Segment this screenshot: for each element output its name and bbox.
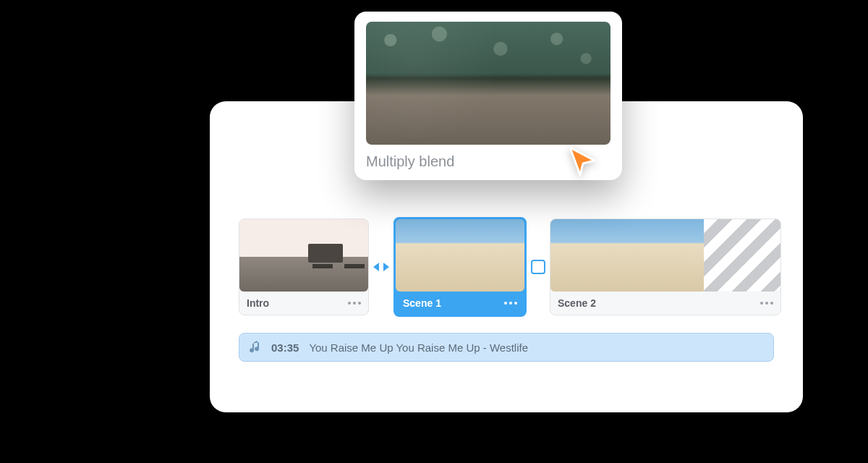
more-icon[interactable] [348,302,361,305]
svg-marker-0 [373,263,379,271]
music-note-icon [250,341,261,354]
more-icon[interactable] [504,302,517,305]
scene-thumbnail [239,219,368,292]
scene-footer: Scene 1 [396,292,524,315]
scene-label: Scene 1 [403,297,441,309]
scene-card-intro[interactable]: Intro [239,218,369,315]
audio-track[interactable]: 03:35 You Raise Me Up You Raise Me Up - … [239,333,774,362]
transition-preview-thumbnail [366,22,610,145]
transition-preview-card[interactable]: Multiply blend [354,12,622,180]
more-icon[interactable] [760,302,773,305]
svg-marker-1 [383,263,389,271]
scene-card-scene-1[interactable]: Scene 1 [393,217,527,317]
scene-thumbnail [550,219,780,292]
audio-time: 03:35 [271,341,299,354]
transition-preview-label: Multiply blend [366,153,610,170]
scene-footer: Scene 2 [550,292,780,315]
timeline: Intro Scene 1 [239,217,781,317]
scene-label: Scene 2 [558,297,596,309]
transition-arrows-icon[interactable] [373,259,389,275]
scene-footer: Intro [239,292,368,315]
scene-label: Intro [247,297,269,309]
scene-card-scene-2[interactable]: Scene 2 [550,218,781,315]
transition-empty-icon[interactable] [531,260,545,274]
scene-thumbnail [396,219,524,292]
audio-title: You Raise Me Up You Raise Me Up - Westli… [309,341,528,354]
